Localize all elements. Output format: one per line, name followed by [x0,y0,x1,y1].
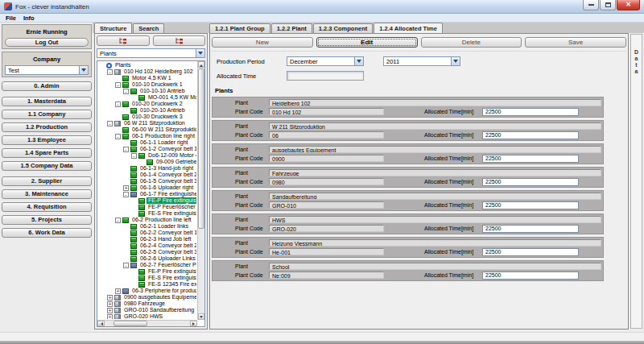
sidebar-item-2-supplier[interactable]: 2. Supplier [2,176,92,186]
horizontal-scroll-thumb[interactable] [114,321,147,326]
sidebar-item-6-work-data[interactable]: 6. Work Data [2,228,92,238]
new-button[interactable]: New [212,37,313,48]
expand-icon[interactable]: + [107,301,113,307]
tab-1-2-1-plant-group[interactable]: 1.2.1 Plant Group [209,23,270,33]
tree-item[interactable]: 06-2-1 Loader links [98,223,196,230]
tree-item[interactable]: -010 Hd 102 Heidelberg 102 [98,68,196,75]
scroll-right-button[interactable] [190,321,197,326]
tree-item[interactable]: 010-30 Druckwerk 3 [98,114,196,120]
expand-icon[interactable]: + [107,314,113,320]
delete-button[interactable]: Delete [421,37,522,48]
edit-button[interactable]: Edit [316,37,418,48]
tab-1-2-4-allocated-time[interactable]: 1.2.4 Allocated Time [374,23,443,33]
allocated-time-min-input[interactable] [482,248,579,256]
tree-item[interactable]: +0900 ausgebautes Equipement [98,294,196,300]
sidebar-item-1-2-production[interactable]: 1.2 Production [2,122,92,132]
chevron-down-icon[interactable] [451,57,460,65]
tree-item[interactable]: +06-1-6 Uploader right [98,184,196,191]
sidebar-item-0-admin[interactable]: 0. Admin [2,81,92,91]
collapse-icon[interactable]: - [123,89,129,94]
tree-item[interactable]: -06-1-2 Conveyor belt 1 right [98,146,196,152]
sidebar-item-4-requisition[interactable]: 4. Requisition [2,202,92,212]
tree-item[interactable]: -06-2-7 Feuerlöscher Prod. LI [98,262,196,268]
tree-item[interactable]: -06 W 211 Sitzproduktion [98,120,196,126]
expand-icon[interactable]: + [123,185,129,191]
tree-item[interactable]: -06-2 Production line left [98,217,196,223]
minimize-button[interactable] [583,0,599,10]
allocated-time-min-input[interactable] [482,155,579,163]
expand-icon[interactable]: + [115,288,121,294]
data-strip-tab[interactable]: Data [630,34,642,329]
tree-filter-select[interactable]: Plants [97,48,205,58]
tree-item[interactable]: +GRO-010 Sandaufbereitung [98,307,196,313]
collapse-icon[interactable]: - [115,82,121,88]
sidebar-item-1-4-spare-parts[interactable]: 1.4 Spare Parts [2,148,92,158]
collapse-icon[interactable]: - [107,121,113,126]
tab-1-2-3-component[interactable]: 1.2.3 Component [313,23,373,33]
collapse-icon[interactable]: - [123,147,129,152]
tab-search[interactable]: Search [133,23,164,33]
tree-item[interactable]: 06-2-3 Hand Job left [98,236,196,242]
tree-horizontal-scrollbar[interactable] [97,320,197,326]
tree-item[interactable]: Motor 4,5 KW 1 [98,75,196,81]
tree-item[interactable]: 06-2-5 Conveyor belt 3 left [98,249,196,255]
collapse-icon[interactable]: - [123,192,129,197]
tree-item[interactable]: -06-1 Production line right [98,133,196,139]
scroll-down-button[interactable] [198,313,204,320]
expand-icon[interactable]: + [107,308,113,313]
year-select[interactable]: 2011 [383,56,460,66]
collapse-icon[interactable]: - [115,102,121,107]
tree-item[interactable]: FE-P Feuerlöscher 04 - 12 kg ABC-4 [98,204,196,210]
allocated-time-min-input[interactable] [482,178,579,186]
tree-item[interactable]: FE-S Fire extinguishers 02 - 9l Foa [98,210,196,217]
tree-item[interactable]: 09-009 Getriebe [98,159,196,165]
tree-item[interactable]: +GRO-020 HWS [98,313,196,319]
tree-item[interactable]: 06-2-4 Conveyor belt 2 left [98,242,196,249]
scroll-up-button[interactable] [198,61,204,68]
expand-icon[interactable]: + [107,295,113,300]
allocated-time-min-input[interactable] [482,108,579,116]
collapse-icon[interactable]: - [115,218,121,223]
sidebar-item-1-1-company[interactable]: 1.1 Company [2,110,92,119]
tree-item[interactable]: 06-1-1 Loader right [98,139,196,146]
tree-item[interactable]: FE-P Fire extinguishers 05-12 kg Al [98,268,196,275]
allocated-time-min-input[interactable] [482,271,579,280]
tree-item[interactable]: -010-20 Druckwerk 2 [98,101,196,107]
tree-item[interactable]: FE-S Fire extinguisher 06 - 9l foam [98,275,196,281]
close-button[interactable]: ✕ [617,0,640,10]
tree-item[interactable]: 06-1-3 Hand-job right [98,165,196,172]
tree-item[interactable]: 06-2-6 Uploader Links [98,255,196,262]
allocated-time-min-input[interactable] [482,131,579,139]
chevron-down-icon[interactable] [196,49,204,57]
scroll-left-button[interactable] [97,321,105,326]
vertical-scroll-thumb[interactable] [198,68,204,229]
collapse-icon[interactable]: - [123,263,129,268]
tree-item[interactable]: 06-1-5 Conveyor belt 3 right [98,178,196,184]
allocated-time-input[interactable] [287,71,364,81]
sidebar-item-1-3-employee[interactable]: 1.3 Employee [2,135,92,145]
collapse-tree-button[interactable] [97,35,150,46]
tab-structure[interactable]: Structure [94,23,132,33]
menu-item-file[interactable]: File [6,15,16,22]
chevron-down-icon[interactable] [79,66,88,74]
chevron-down-icon[interactable] [354,57,363,65]
collapse-icon[interactable]: - [107,69,113,75]
sidebar-item-3-maintenance[interactable]: 3. Maintenance [2,189,92,199]
tree-item[interactable]: Plants [98,62,196,68]
sidebar-item-5-projects[interactable]: 5. Projects [2,215,92,225]
tree-item[interactable]: FE-S 12345 Fire extinguisher 07 - 9 [98,281,196,288]
tree-item[interactable]: 06-00 W 211 Sitzproduktion Hauptanla [98,126,196,133]
sidebar-item-1-5-company-data[interactable]: 1.5 Company Data [2,161,92,171]
allocated-time-min-input[interactable] [482,225,579,233]
collapse-icon[interactable]: - [115,134,121,139]
save-button[interactable]: Save [525,37,626,48]
tree-item[interactable]: +0980 Fahrzeuge [98,300,196,307]
expand-tree-button[interactable] [153,35,206,46]
tree-vertical-scrollbar[interactable] [197,61,204,320]
sidebar-item-1-masterdata[interactable]: 1. Masterdata [2,97,92,106]
tree-item[interactable]: 06-1-4 Conveyor belt 2 right [98,172,196,178]
tree-item[interactable]: 06-2-2 Conveyor belt 1 left [98,230,196,236]
logout-button[interactable]: Log Out [5,38,89,47]
tree-item[interactable]: 010-20-10 Antrieb [98,107,196,114]
menu-item-info[interactable]: Info [23,15,35,22]
